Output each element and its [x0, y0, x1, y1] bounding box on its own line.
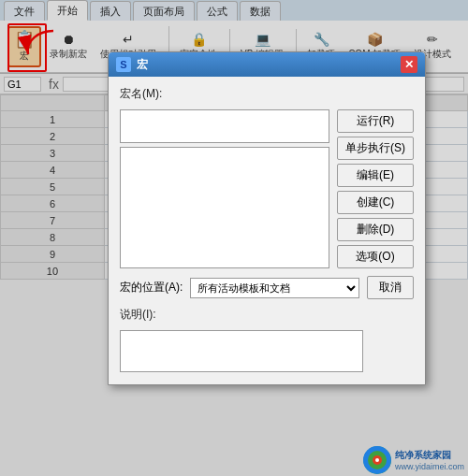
macro-dialog: S 宏 ✕ 宏名(M): 运行(R) 单步执行(S) 编辑(E) — [108, 51, 426, 385]
dialog-title: 宏 — [137, 57, 148, 73]
macro-name-label: 宏名(M): — [120, 86, 162, 102]
location-select[interactable]: 所有活动模板和文档 — [190, 278, 359, 298]
description-label: 说明(I): — [120, 307, 156, 323]
options-button[interactable]: 选项(O) — [337, 245, 414, 268]
macro-name-row: 宏名(M): — [120, 86, 414, 102]
description-area — [120, 330, 414, 375]
dialog-app-icon: S — [116, 57, 131, 72]
dialog-titlebar: S 宏 ✕ — [109, 52, 425, 77]
dialog-body: 宏名(M): 运行(R) 单步执行(S) 编辑(E) 创建(C) 删除(D) 选… — [109, 77, 425, 384]
watermark-logo — [363, 446, 391, 474]
create-button[interactable]: 创建(C) — [337, 191, 414, 214]
dialog-title-left: S 宏 — [116, 57, 148, 73]
description-row: 说明(I): — [120, 307, 414, 323]
edit-button[interactable]: 编辑(E) — [337, 164, 414, 187]
excel-window: 文件 开始 插入 页面布局 公式 数据 📋 宏 ⏺ 录制新宏 ↵ 使 — [0, 0, 468, 476]
watermark-text-area: 纯净系统家园 www.yidaimei.com — [395, 449, 464, 471]
cancel-button[interactable]: 取消 — [367, 276, 414, 299]
description-textarea[interactable] — [120, 330, 363, 372]
dialog-close-button[interactable]: ✕ — [401, 56, 417, 73]
macro-list-area — [120, 109, 329, 268]
location-label: 宏的位置(A): — [120, 280, 183, 296]
watermark-url: www.yidaimei.com — [395, 462, 464, 471]
svg-point-4 — [375, 458, 379, 462]
delete-button[interactable]: 删除(D) — [337, 218, 414, 241]
macro-content-row: 运行(R) 单步执行(S) 编辑(E) 创建(C) 删除(D) 选项(O) — [120, 109, 414, 268]
watermark: 纯净系统家园 www.yidaimei.com — [363, 446, 464, 474]
macro-list[interactable] — [120, 147, 329, 268]
run-button[interactable]: 运行(R) — [337, 109, 414, 133]
macro-name-input[interactable] — [120, 109, 329, 143]
watermark-site-name: 纯净系统家园 — [395, 449, 464, 462]
step-button[interactable]: 单步执行(S) — [337, 137, 414, 160]
location-row: 宏的位置(A): 所有活动模板和文档 取消 — [120, 276, 414, 299]
action-buttons: 运行(R) 单步执行(S) 编辑(E) 创建(C) 删除(D) 选项(O) — [337, 109, 414, 268]
